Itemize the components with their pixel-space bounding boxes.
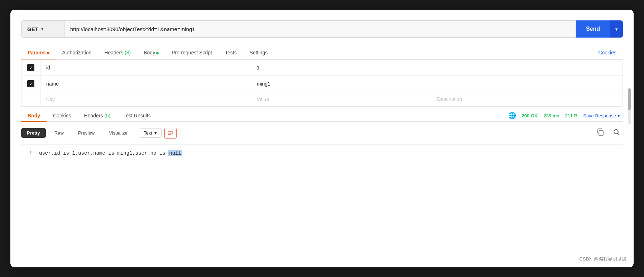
method-select[interactable]: GET ▾ <box>21 20 64 38</box>
format-preview-button[interactable]: Preview <box>72 128 100 138</box>
param-value-2: ming1 <box>251 76 431 92</box>
param-key-2: name <box>40 76 251 92</box>
tab-settings[interactable]: Settings <box>243 46 274 59</box>
response-tab-body[interactable]: Body <box>21 110 47 121</box>
response-status-area: 🌐 200 OK 239 ms 211 B Save Response ▾ <box>508 112 623 120</box>
text-format-label: Text <box>144 130 152 136</box>
globe-icon: 🌐 <box>508 112 516 120</box>
svg-rect-3 <box>599 131 603 135</box>
main-window: GET ▾ Send ▾ Params Authorization Header… <box>10 10 634 267</box>
response-section: Body Cookies Headers (5) Test Results 🌐 … <box>21 107 623 162</box>
code-area: 1 user.id is 1,user.name is ming1,user.n… <box>21 145 623 162</box>
wrap-lines-icon[interactable] <box>164 128 177 138</box>
text-format-dropdown[interactable]: Text ▾ <box>139 128 162 138</box>
send-button[interactable]: Send ▾ <box>576 20 623 38</box>
table-row: ✓ id 1 <box>21 60 623 76</box>
param-key-1: id <box>40 60 251 76</box>
table-row-placeholder: Key Value Description <box>21 92 623 107</box>
format-pretty-button[interactable]: Pretty <box>21 128 46 138</box>
format-visualize-button[interactable]: Visualize <box>103 128 133 138</box>
response-tab-headers[interactable]: Headers (5) <box>78 110 117 121</box>
tab-headers[interactable]: Headers (8) <box>98 46 137 59</box>
send-dropdown-button[interactable]: ▾ <box>610 20 623 38</box>
checkbox-cell-1[interactable]: ✓ <box>21 60 40 76</box>
code-content[interactable]: user.id is 1,user.name is ming1,user.no … <box>39 150 623 156</box>
method-label: GET <box>27 26 38 32</box>
param-desc-1 <box>431 60 623 76</box>
format-raw-button[interactable]: Raw <box>49 128 69 138</box>
cookies-link[interactable]: Cookies <box>592 46 623 59</box>
tab-tests[interactable]: Tests <box>218 46 243 59</box>
checkbox-cell-2[interactable]: ✓ <box>21 76 40 92</box>
response-tabs-row: Body Cookies Headers (5) Test Results 🌐 … <box>21 107 623 122</box>
svg-line-5 <box>618 133 620 135</box>
table-row: ✓ name ming1 <box>21 76 623 92</box>
line-number: 1 <box>21 150 32 156</box>
method-chevron-icon: ▾ <box>41 26 43 31</box>
param-desc-2 <box>431 76 623 92</box>
params-dot <box>47 52 49 54</box>
response-tab-test-results[interactable]: Test Results <box>117 110 157 121</box>
text-format-chevron: ▾ <box>154 130 157 136</box>
watermark: CSDN @编程界明世隐 <box>579 256 626 262</box>
status-ok: 200 OK <box>522 113 538 118</box>
url-input[interactable] <box>64 20 576 38</box>
vertical-scrollbar-track[interactable] <box>628 88 631 124</box>
checkbox-cell-3 <box>21 92 40 107</box>
save-response-button[interactable]: Save Response ▾ <box>583 113 620 118</box>
send-main-button[interactable]: Send <box>576 20 610 38</box>
params-table: ✓ id 1 ✓ name ming1 <box>21 59 623 107</box>
request-tabs-row: Params Authorization Headers (8) Body Pr… <box>21 46 623 59</box>
param-key-placeholder[interactable]: Key <box>40 92 251 107</box>
tab-prerequest[interactable]: Pre-request Script <box>165 46 218 59</box>
vertical-scrollbar-thumb[interactable] <box>628 88 631 110</box>
search-icon[interactable] <box>610 127 623 139</box>
code-line-1: 1 user.id is 1,user.name is ming1,user.n… <box>21 150 623 156</box>
format-bar: Pretty Raw Preview Visualize Text ▾ <box>21 122 623 145</box>
svg-point-4 <box>614 130 618 134</box>
tab-authorization[interactable]: Authorization <box>56 46 98 59</box>
param-value-1: 1 <box>251 60 431 76</box>
code-null-highlight: null <box>168 150 182 156</box>
copy-icon[interactable] <box>593 127 607 139</box>
status-time: 239 ms <box>543 113 559 118</box>
checkbox-1[interactable]: ✓ <box>27 64 34 71</box>
save-response-chevron: ▾ <box>617 113 620 118</box>
tab-body[interactable]: Body <box>137 46 165 59</box>
checkbox-2[interactable]: ✓ <box>27 80 34 87</box>
url-bar: GET ▾ Send ▾ <box>21 20 623 38</box>
status-size: 211 B <box>565 113 578 118</box>
response-tab-cookies[interactable]: Cookies <box>47 110 78 121</box>
param-value-placeholder[interactable]: Value <box>251 92 431 107</box>
param-desc-placeholder[interactable]: Description <box>431 92 623 107</box>
code-text-before: user.id is 1,user.name is ming1,user.no … <box>39 150 168 156</box>
tab-params[interactable]: Params <box>21 46 56 59</box>
body-dot <box>156 52 159 54</box>
